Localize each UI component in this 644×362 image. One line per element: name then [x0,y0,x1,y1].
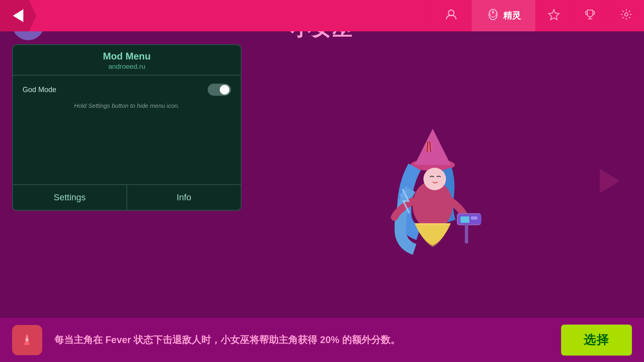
god-mode-label: God Mode [23,86,56,94]
nav-item-trophy[interactable] [572,0,608,31]
mod-menu-subtitle: androeed.ru [21,63,233,71]
ability-description: 每当主角在 Fever 状态下击退敌人时，小女巫将帮助主角获得 20% 的额外分… [54,333,549,347]
star-icon [548,8,560,23]
back-arrow-icon [13,9,23,22]
mod-hint-text: Hold Settings button to hide menu icon. [23,102,231,109]
god-mode-row: God Mode [23,84,231,96]
svg-point-17 [25,338,29,341]
ability-icon [12,325,42,355]
svg-rect-14 [460,216,469,223]
svg-point-10 [423,168,446,190]
nav-item-star[interactable] [535,0,572,31]
settings-icon [620,8,632,23]
back-button[interactable] [0,0,36,31]
svg-point-6 [425,141,433,152]
select-button[interactable]: 选择 [561,325,632,356]
nav-item-spirit[interactable]: 精灵 [472,0,535,31]
mod-menu-footer: Settings Info [13,184,241,210]
mod-menu-body: God Mode Hold Settings button to hide me… [13,76,241,184]
spirit-icon [487,8,499,23]
nav-item-settings[interactable] [608,0,644,31]
bottom-info-bar: 每当主角在 Fever 状态下击退敌人时，小女巫将帮助主角获得 20% 的额外分… [0,318,644,362]
trophy-icon [584,8,596,23]
character-sprite [370,117,499,269]
mod-menu-title: Mod Menu [21,51,233,62]
svg-point-3 [625,13,628,16]
next-character-button[interactable] [600,169,620,193]
character-area [225,24,644,362]
top-navigation-bar: 精灵 [0,0,644,31]
settings-button[interactable]: Settings [13,185,127,210]
mod-menu-panel: Mod Menu androeed.ru God Mode Hold Setti… [12,44,242,211]
nav-items-group: 精灵 [430,0,644,31]
profile-icon [445,8,457,23]
nav-item-profile[interactable] [430,0,472,31]
info-button[interactable]: Info [127,185,241,210]
mod-menu-header: Mod Menu androeed.ru [13,45,241,76]
svg-marker-2 [549,10,559,20]
spirit-label: 精灵 [503,10,521,22]
svg-rect-15 [471,216,477,220]
